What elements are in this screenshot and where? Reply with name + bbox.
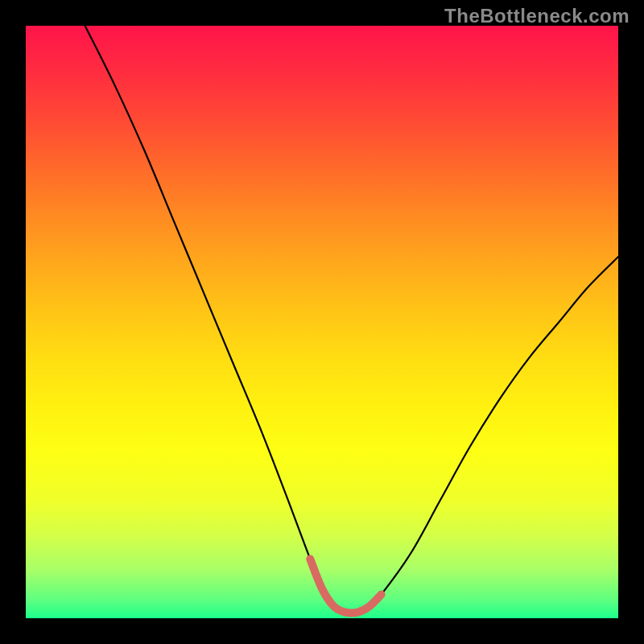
chart-plot-area [26,26,618,618]
watermark-text: TheBottleneck.com [444,5,630,27]
optimal-range-highlight [310,559,381,613]
bottleneck-curve [85,26,618,613]
chart-svg [26,26,618,618]
chart-frame: TheBottleneck.com [0,0,644,644]
